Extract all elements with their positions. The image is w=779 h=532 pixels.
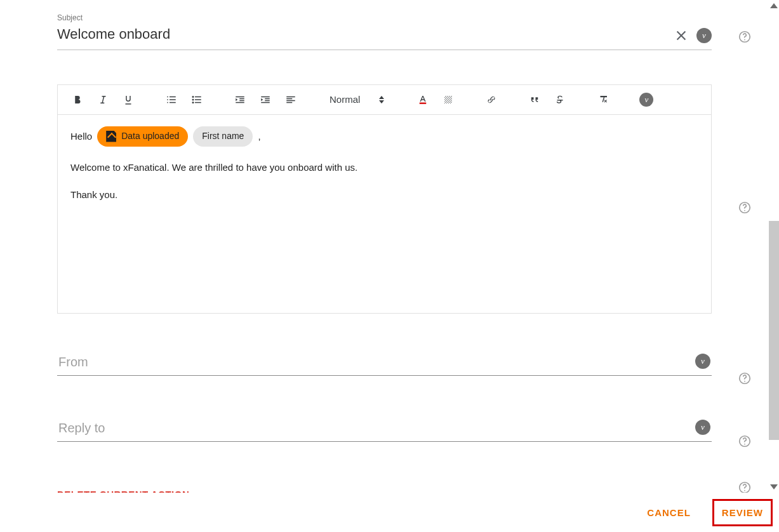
align-button[interactable] xyxy=(283,91,299,108)
help-icons-column xyxy=(738,0,753,492)
variable-badge-from[interactable]: v xyxy=(695,354,710,369)
select-arrows-icon xyxy=(379,96,384,103)
vertical-scrollbar[interactable] xyxy=(769,0,779,492)
quote-button[interactable] xyxy=(526,91,543,108)
editor-paragraph-2: Thank you. xyxy=(70,188,698,201)
scroll-down-button[interactable] xyxy=(769,481,779,492)
from-input[interactable] xyxy=(57,354,689,370)
text-color-icon xyxy=(417,94,429,105)
chip-first-name[interactable]: First name xyxy=(193,126,253,147)
italic-icon xyxy=(97,94,109,105)
editor-paragraph-1: Welcome to xFanatical. We are thrilled t… xyxy=(70,161,698,174)
chevron-down-icon xyxy=(770,484,778,489)
subject-tools: v xyxy=(672,27,712,44)
chip-first-name-label: First name xyxy=(202,130,244,143)
bold-icon xyxy=(72,94,83,105)
email-body-editor: Normal xyxy=(57,84,712,314)
unordered-list-button[interactable] xyxy=(189,91,205,108)
clear-subject-button[interactable] xyxy=(672,27,690,44)
indent-button[interactable] xyxy=(257,91,274,108)
scrollbar-thumb[interactable] xyxy=(769,221,779,440)
ordered-list-icon xyxy=(166,94,177,105)
variable-badge-replyto[interactable]: v xyxy=(695,420,710,435)
underline-icon xyxy=(123,94,134,105)
link-button[interactable] xyxy=(483,91,500,108)
ordered-list-button[interactable] xyxy=(163,91,180,108)
chip-data-uploaded[interactable]: Data uploaded xyxy=(97,126,188,147)
variable-badge[interactable]: v xyxy=(696,28,712,43)
align-icon xyxy=(285,94,296,105)
bold-button[interactable] xyxy=(69,91,86,108)
italic-button[interactable] xyxy=(95,91,111,108)
format-select[interactable]: Normal xyxy=(326,93,388,106)
clear-format-icon xyxy=(597,94,609,105)
help-body[interactable] xyxy=(738,201,752,215)
subject-input-line[interactable]: Subject Welcome onboard v xyxy=(57,13,712,50)
chip-data-uploaded-label: Data uploaded xyxy=(121,130,179,143)
help-reply-to[interactable] xyxy=(738,434,752,448)
cancel-button[interactable]: CANCEL xyxy=(639,501,698,524)
svg-point-0 xyxy=(192,96,194,98)
hello-comma: , xyxy=(258,130,260,143)
svg-point-13 xyxy=(744,490,745,491)
help-icon xyxy=(738,201,752,215)
scroll-up-button[interactable] xyxy=(769,0,779,11)
quote-icon xyxy=(529,94,540,105)
reply-to-input[interactable] xyxy=(57,420,689,436)
editor-toolbar: Normal xyxy=(58,85,711,115)
clear-format-button[interactable] xyxy=(595,91,611,108)
text-color-button[interactable] xyxy=(415,91,431,108)
subject-label: Subject xyxy=(57,13,712,23)
svg-point-11 xyxy=(744,444,745,445)
strikethrough-icon xyxy=(554,94,566,105)
reply-to-field[interactable]: v xyxy=(57,420,712,442)
review-button[interactable]: REVIEW xyxy=(712,499,773,526)
outdent-icon xyxy=(234,94,246,105)
chevron-up-icon xyxy=(770,3,778,8)
help-subject[interactable] xyxy=(738,30,752,44)
editor-line-1: Hello Data uploaded First name , xyxy=(70,126,698,147)
link-icon xyxy=(486,94,497,105)
variable-icon: v xyxy=(639,93,653,107)
outdent-button[interactable] xyxy=(232,91,248,108)
svg-point-7 xyxy=(744,210,745,211)
help-icon xyxy=(738,434,752,448)
background-color-icon xyxy=(443,94,454,105)
help-from[interactable] xyxy=(738,371,752,385)
indent-icon xyxy=(260,94,271,105)
svg-rect-3 xyxy=(420,102,427,103)
background-color-button[interactable] xyxy=(440,91,456,108)
underline-button[interactable] xyxy=(120,91,136,108)
insert-variable-button[interactable]: v xyxy=(638,91,655,108)
close-icon xyxy=(674,29,688,43)
subject-field: Subject Welcome onboard v xyxy=(57,13,712,50)
svg-point-1 xyxy=(192,98,194,100)
help-icon xyxy=(738,30,752,44)
format-select-label: Normal xyxy=(330,93,360,106)
file-upload-icon xyxy=(106,131,116,142)
svg-point-2 xyxy=(192,102,194,103)
strikethrough-button[interactable] xyxy=(552,91,568,108)
from-field[interactable]: v xyxy=(57,354,712,376)
subject-value[interactable]: Welcome onboard xyxy=(57,25,712,44)
unordered-list-icon xyxy=(191,94,203,105)
editor-content[interactable]: Hello Data uploaded First name , Welcome… xyxy=(58,115,711,313)
footer-actions: CANCEL REVIEW xyxy=(0,493,779,532)
svg-point-9 xyxy=(744,381,745,382)
hello-text: Hello xyxy=(70,130,92,143)
svg-point-5 xyxy=(744,39,745,41)
help-icon xyxy=(738,371,752,385)
